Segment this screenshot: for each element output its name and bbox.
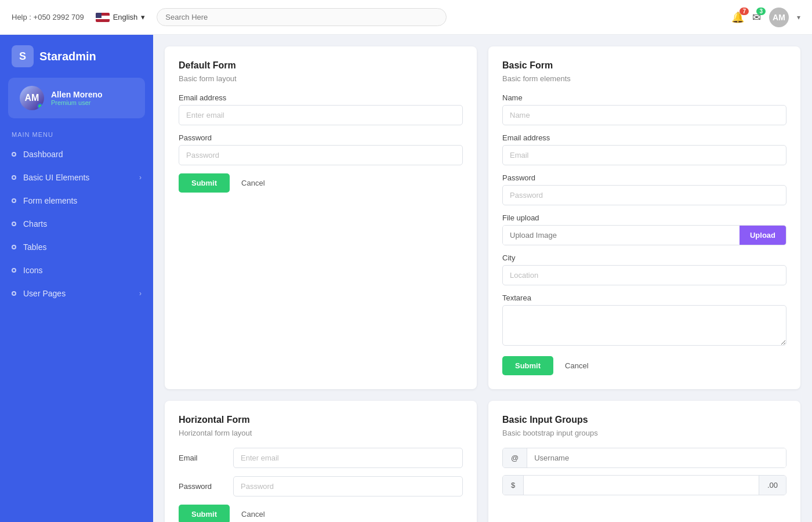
help-text: Help : +050 2992 709 [12, 13, 84, 21]
basic-textarea-label: Textarea [502, 293, 786, 302]
horizontal-form-card: Horizontal Form Horizontal form layout E… [165, 401, 477, 522]
language-selector[interactable]: English ▾ [96, 13, 146, 22]
horizontal-cancel-button[interactable]: Cancel [235, 505, 270, 522]
sidebar-user: AM Allen Moreno Premium user [8, 78, 145, 118]
basic-textarea-group: Textarea [502, 293, 786, 348]
language-label: English [113, 13, 138, 21]
horizontal-email-row: Email [179, 448, 463, 468]
nav-dot-charts [12, 222, 16, 226]
basic-file-group: File upload Upload [502, 213, 786, 245]
default-cancel-button[interactable]: Cancel [235, 173, 270, 193]
basic-textarea-input[interactable] [502, 305, 786, 346]
flag-icon [96, 13, 110, 22]
file-upload-group: Upload [502, 225, 786, 245]
basic-password-label: Password [502, 173, 786, 182]
sidebar-item-basic-ui[interactable]: Basic UI Elements › [0, 166, 153, 189]
layout: S Staradmin AM Allen Moreno Premium user… [0, 35, 812, 522]
dollar-input[interactable] [524, 476, 759, 495]
horizontal-email-label: Email [179, 454, 225, 462]
user-menu-chevron[interactable]: ▾ [797, 13, 800, 21]
default-submit-button[interactable]: Submit [179, 173, 230, 193]
basic-form-subtitle: Basic form elements [502, 74, 786, 83]
horizontal-form-actions: Submit Cancel [179, 505, 463, 522]
sidebar-item-label-charts: Charts [23, 219, 47, 229]
sidebar-item-form-elements[interactable]: Form elements [0, 189, 153, 212]
brand-name: Staradmin [39, 50, 96, 63]
content-grid: Default Form Basic form layout Email add… [165, 46, 800, 522]
sidebar-item-user-pages[interactable]: User Pages › [0, 282, 153, 305]
default-form-card: Default Form Basic form layout Email add… [165, 46, 477, 389]
nav-dot-user-pages [12, 291, 16, 296]
default-password-label: Password [179, 133, 463, 142]
nav-dot-tables [12, 245, 16, 249]
basic-form-title: Basic Form [502, 60, 786, 71]
topbar-actions: 🔔 7 ✉ 3 AM ▾ [731, 8, 800, 27]
basic-email-group: Email address [502, 133, 786, 165]
online-indicator [37, 103, 43, 109]
basic-email-input[interactable] [502, 145, 786, 165]
basic-password-input[interactable] [502, 185, 786, 205]
default-form-subtitle: Basic form layout [179, 74, 463, 83]
horizontal-password-label: Password [179, 482, 225, 491]
sidebar-item-dashboard[interactable]: Dashboard [0, 143, 153, 166]
search-input[interactable] [157, 8, 447, 26]
nav-dot-form-elements [12, 198, 16, 203]
messages-button[interactable]: ✉ 3 [752, 11, 761, 24]
user-info: Allen Moreno Premium user [51, 90, 133, 106]
sidebar-item-label-user-pages: User Pages [23, 289, 66, 298]
horizontal-email-input[interactable] [233, 448, 463, 468]
basic-form-actions: Submit Cancel [502, 356, 786, 375]
default-password-group: Password [179, 133, 463, 165]
file-upload-button[interactable]: Upload [740, 226, 786, 245]
nav-dot-dashboard [12, 152, 16, 157]
sidebar-item-tables[interactable]: Tables [0, 235, 153, 259]
sidebar-item-label-form-elements: Form elements [23, 196, 77, 205]
input-groups-card: Basic Input Groups Basic bootstrap input… [488, 401, 800, 522]
user-name: Allen Moreno [51, 90, 133, 99]
input-groups-title: Basic Input Groups [502, 415, 786, 425]
user-avatar-topbar[interactable]: AM [769, 8, 789, 27]
sidebar-item-label-icons: Icons [23, 266, 42, 275]
basic-city-group: City [502, 253, 786, 285]
default-email-input[interactable] [179, 105, 463, 125]
horizontal-submit-button[interactable]: Submit [179, 505, 230, 522]
basic-form-card: Basic Form Basic form elements Name Emai… [488, 46, 800, 389]
notification-badge: 7 [740, 8, 749, 15]
basic-city-label: City [502, 253, 786, 262]
basic-name-input[interactable] [502, 105, 786, 125]
dollar-input-group: $ .00 [502, 475, 786, 495]
arrow-icon-user-pages: › [139, 289, 142, 298]
basic-email-label: Email address [502, 133, 786, 142]
arrow-icon-basic-ui: › [139, 173, 142, 182]
horizontal-form-title: Horizontal Form [179, 415, 463, 425]
sidebar-item-icons[interactable]: Icons [0, 259, 153, 282]
main-content: Default Form Basic form layout Email add… [153, 35, 812, 522]
sidebar-item-label-basic-ui: Basic UI Elements [23, 173, 89, 182]
basic-submit-button[interactable]: Submit [502, 356, 553, 375]
sidebar-section-label: Main Menu [0, 131, 153, 143]
username-input[interactable] [527, 448, 786, 467]
basic-cancel-button[interactable]: Cancel [559, 356, 594, 375]
basic-password-group: Password [502, 173, 786, 205]
horizontal-form-subtitle: Horizontal form layout [179, 429, 463, 437]
sidebar: S Staradmin AM Allen Moreno Premium user… [0, 35, 153, 522]
default-email-group: Email address [179, 93, 463, 125]
file-upload-input[interactable] [503, 226, 740, 245]
dollar-addon: $ [503, 476, 524, 495]
sidebar-avatar: AM [20, 86, 44, 110]
basic-name-group: Name [502, 93, 786, 125]
sidebar-item-charts[interactable]: Charts [0, 212, 153, 235]
default-password-input[interactable] [179, 145, 463, 165]
basic-city-input[interactable] [502, 265, 786, 285]
default-form-actions: Submit Cancel [179, 173, 463, 193]
at-addon: @ [503, 448, 527, 467]
sidebar-item-label-dashboard: Dashboard [23, 150, 63, 159]
lang-chevron-icon: ▾ [141, 13, 145, 21]
default-form-title: Default Form [179, 60, 463, 71]
user-role: Premium user [51, 99, 133, 106]
basic-name-label: Name [502, 93, 786, 102]
horizontal-password-input[interactable] [233, 476, 463, 496]
messages-badge: 3 [756, 8, 766, 15]
notification-button[interactable]: 🔔 7 [731, 11, 744, 24]
cents-addon: .00 [759, 476, 786, 495]
